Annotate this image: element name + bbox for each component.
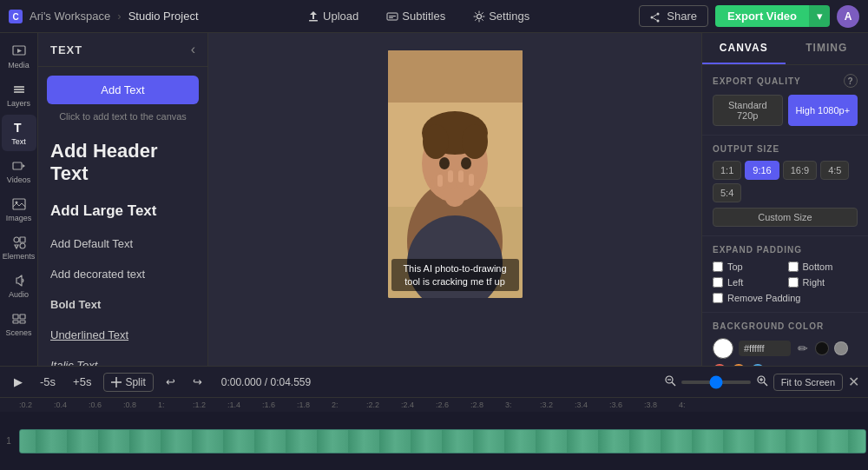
text-item-italic[interactable]: Italic Text [47, 353, 199, 366]
media-icon [11, 43, 27, 59]
zoom-controls: Fit to Screen ✕ [664, 374, 859, 391]
text-item-large[interactable]: Add Large Text [47, 196, 199, 231]
svg-point-7 [656, 12, 659, 15]
export-button-group: Export Video ▾ [715, 5, 830, 27]
text-item-default[interactable]: Add Default Text [47, 231, 199, 261]
color-swatch-black[interactable] [815, 341, 829, 355]
sidebar-item-elements[interactable]: Elements [2, 229, 36, 266]
export-dropdown-button[interactable]: ▾ [809, 5, 830, 27]
ruler-marks: :0.2 :0.4 :0.6 :0.8 1: :1.2 :1.4 :1.6 :1… [19, 400, 866, 409]
fit-to-screen-button[interactable]: Fit to Screen [773, 374, 843, 391]
quality-high-button[interactable]: High 1080p+ [788, 95, 858, 126]
sidebar-item-layers[interactable]: Layers [2, 76, 36, 113]
remove-padding-checkbox[interactable]: Remove Padding [713, 293, 858, 303]
sidebar-item-images[interactable]: Images [2, 191, 36, 228]
custom-size-button[interactable]: Custom Size [713, 208, 858, 227]
eyedropper-button[interactable]: ✏ [796, 340, 810, 357]
size-9-16-button[interactable]: 9:16 [745, 161, 779, 180]
topbar: C Ari's Workspace › Studio Project Uploa… [0, 0, 868, 33]
collapse-panel-button[interactable]: ‹ [191, 42, 195, 57]
tab-timing[interactable]: TIMING [786, 33, 869, 64]
topbar-center: Upload Subtitles Settings [300, 6, 536, 26]
track-number: 1 [0, 436, 17, 446]
sidebar-item-media[interactable]: Media [2, 38, 36, 75]
size-buttons: 1:1 9:16 16:9 4:5 5:4 [713, 161, 858, 202]
split-label: Split [125, 376, 145, 388]
padding-right-checkbox[interactable]: Right [788, 277, 858, 288]
split-icon [111, 377, 122, 387]
right-panel: CANVAS TIMING EXPORT QUALITY ? Standard … [701, 33, 868, 366]
svg-rect-49 [458, 170, 464, 182]
canvas-area: This AI photo-to-drawing tool is crackin… [208, 33, 701, 366]
color-preview-swatch[interactable] [713, 338, 733, 359]
svg-point-38 [423, 124, 449, 159]
svg-rect-28 [13, 321, 18, 323]
padding-top-checkbox[interactable]: Top [713, 261, 783, 272]
text-item-header[interactable]: Add Header Text [47, 134, 199, 196]
undo-button[interactable]: ↩ [161, 373, 181, 391]
size-1-1-button[interactable]: 1:1 [713, 161, 741, 180]
text-large-label: Add Large Text [50, 202, 195, 220]
video-track[interactable] [19, 429, 866, 453]
svg-rect-20 [13, 199, 25, 209]
expand-padding-label: EXPAND PADDING [713, 245, 802, 255]
share-button[interactable]: Share [639, 5, 708, 27]
text-decorated-label: Add decorated text [50, 268, 195, 281]
caption-overlay: This AI photo-to-drawing tool is crackin… [391, 259, 519, 291]
svg-point-8 [656, 19, 659, 22]
zoom-slider[interactable] [681, 381, 751, 384]
minus5-button[interactable]: -5s [35, 373, 61, 391]
svg-rect-4 [389, 16, 396, 17]
export-video-button[interactable]: Export Video [715, 5, 809, 27]
right-tabs: CANVAS TIMING [702, 33, 868, 65]
svg-rect-16 [14, 91, 24, 93]
track-content[interactable] [17, 427, 868, 455]
text-item-decorated[interactable]: Add decorated text [47, 261, 199, 292]
svg-point-40 [439, 157, 450, 169]
panel-header: TEXT ‹ [38, 33, 207, 67]
output-size-label: OUTPUT SIZE [713, 144, 779, 154]
padding-bottom-checkbox[interactable]: Bottom [788, 261, 858, 272]
quality-standard-button[interactable]: Standard 720p [713, 95, 783, 126]
padding-left-checkbox[interactable]: Left [713, 277, 783, 288]
settings-button[interactable]: Settings [466, 6, 536, 26]
svg-point-41 [461, 157, 471, 169]
sidebar-item-videos[interactable]: Videos [2, 153, 36, 189]
workspace-label: Ari's Workspace [30, 10, 110, 23]
sidebar-item-scenes[interactable]: Scenes [2, 306, 36, 342]
upload-button[interactable]: Upload [300, 6, 365, 26]
caption-text: This AI photo-to-drawing tool is crackin… [403, 263, 506, 286]
text-item-bold[interactable]: Bold Text [47, 292, 199, 322]
svg-point-25 [20, 243, 25, 248]
svg-rect-5 [389, 17, 393, 18]
remove-padding-label: Remove Padding [727, 293, 800, 303]
size-16-9-button[interactable]: 16:9 [783, 161, 817, 180]
svg-rect-32 [388, 50, 523, 103]
svg-rect-50 [469, 174, 474, 186]
zoom-out-icon [664, 374, 676, 387]
subtitles-button[interactable]: Subtitles [379, 6, 452, 26]
export-quality-info-icon[interactable]: ? [844, 74, 858, 88]
close-timeline-button[interactable]: ✕ [848, 374, 859, 390]
svg-marker-13 [17, 49, 22, 53]
add-text-button[interactable]: Add Text [47, 76, 199, 104]
sidebar-item-audio[interactable]: Audio [2, 268, 36, 304]
zoom-in-button[interactable] [756, 374, 768, 389]
color-hex-input[interactable] [739, 341, 791, 356]
plus5-button[interactable]: +5s [68, 373, 96, 391]
tab-canvas[interactable]: CANVAS [702, 33, 786, 64]
svg-rect-26 [13, 314, 18, 319]
text-item-underlined[interactable]: Underlined Text [47, 322, 199, 353]
zoom-out-button[interactable] [664, 374, 676, 389]
size-4-5-button[interactable]: 4:5 [820, 161, 849, 180]
sidebar-item-text[interactable]: T Text [2, 115, 36, 151]
svg-rect-47 [437, 175, 443, 187]
redo-button[interactable]: ↪ [187, 373, 207, 391]
topbar-left: C Ari's Workspace › Studio Project [9, 10, 199, 23]
video-canvas[interactable]: This AI photo-to-drawing tool is crackin… [388, 50, 523, 298]
split-button[interactable]: Split [103, 373, 153, 392]
play-button[interactable]: ▶ [9, 373, 28, 391]
size-5-4-button[interactable]: 5:4 [713, 183, 741, 202]
color-swatch-gray[interactable] [834, 341, 848, 355]
svg-rect-14 [14, 86, 24, 88]
